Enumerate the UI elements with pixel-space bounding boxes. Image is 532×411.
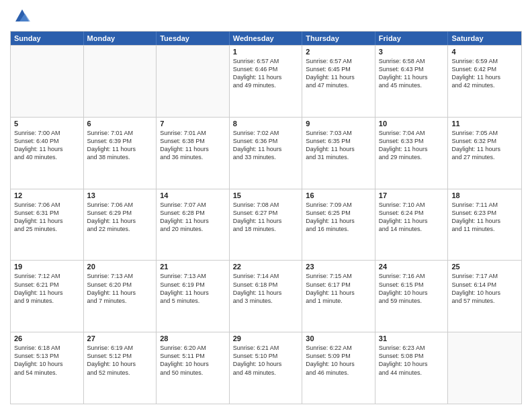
calendar-cell [84, 46, 157, 117]
calendar-cell: 10Sunrise: 7:04 AM Sunset: 6:33 PM Dayli… [375, 118, 449, 189]
calendar-cell: 31Sunrise: 6:23 AM Sunset: 5:08 PM Dayli… [375, 332, 449, 404]
calendar-row: 12Sunrise: 7:06 AM Sunset: 6:31 PM Dayli… [11, 189, 521, 261]
calendar-header-cell: Wednesday [230, 32, 303, 45]
day-number: 19 [14, 263, 80, 271]
cell-info: Sunrise: 7:13 AM Sunset: 6:20 PM Dayligh… [87, 272, 153, 305]
cell-info: Sunrise: 7:17 AM Sunset: 6:14 PM Dayligh… [451, 272, 518, 305]
calendar-header-cell: Saturday [448, 32, 521, 45]
cell-info: Sunrise: 7:12 AM Sunset: 6:21 PM Dayligh… [14, 272, 80, 305]
calendar-cell: 17Sunrise: 7:10 AM Sunset: 6:24 PM Dayli… [375, 189, 449, 261]
calendar-cell: 16Sunrise: 7:09 AM Sunset: 6:25 PM Dayli… [302, 189, 375, 261]
calendar-header: SundayMondayTuesdayWednesdayThursdayFrid… [11, 32, 521, 45]
cell-info: Sunrise: 7:08 AM Sunset: 6:27 PM Dayligh… [233, 201, 299, 234]
calendar-cell [448, 332, 521, 404]
day-number: 15 [233, 191, 299, 199]
day-number: 26 [14, 334, 80, 342]
calendar-cell [157, 46, 230, 117]
day-number: 31 [379, 334, 445, 342]
calendar-cell: 26Sunrise: 6:18 AM Sunset: 5:13 PM Dayli… [11, 332, 84, 404]
day-number: 11 [451, 120, 518, 128]
cell-info: Sunrise: 7:06 AM Sunset: 6:29 PM Dayligh… [87, 201, 153, 234]
calendar-cell: 4Sunrise: 6:59 AM Sunset: 6:42 PM Daylig… [448, 46, 521, 117]
day-number: 24 [379, 263, 445, 271]
cell-info: Sunrise: 7:02 AM Sunset: 6:36 PM Dayligh… [233, 129, 299, 162]
logo [10, 7, 32, 26]
day-number: 25 [451, 263, 518, 271]
calendar-cell: 6Sunrise: 7:01 AM Sunset: 6:39 PM Daylig… [84, 118, 157, 189]
cell-info: Sunrise: 7:10 AM Sunset: 6:24 PM Dayligh… [379, 201, 445, 234]
cell-info: Sunrise: 6:59 AM Sunset: 6:42 PM Dayligh… [451, 57, 518, 90]
calendar-header-cell: Thursday [302, 32, 375, 45]
calendar-cell [11, 46, 84, 117]
calendar-cell: 14Sunrise: 7:07 AM Sunset: 6:28 PM Dayli… [157, 189, 230, 261]
calendar-header-cell: Monday [84, 32, 157, 45]
day-number: 7 [160, 120, 226, 128]
day-number: 21 [160, 263, 226, 271]
cell-info: Sunrise: 7:11 AM Sunset: 6:23 PM Dayligh… [451, 201, 518, 234]
cell-info: Sunrise: 7:09 AM Sunset: 6:25 PM Dayligh… [306, 201, 371, 234]
calendar-header-cell: Tuesday [157, 32, 230, 45]
cell-info: Sunrise: 7:07 AM Sunset: 6:28 PM Dayligh… [160, 201, 226, 234]
cell-info: Sunrise: 6:23 AM Sunset: 5:08 PM Dayligh… [379, 344, 445, 377]
day-number: 18 [451, 191, 518, 199]
cell-info: Sunrise: 7:06 AM Sunset: 6:31 PM Dayligh… [14, 201, 80, 234]
cell-info: Sunrise: 7:14 AM Sunset: 6:18 PM Dayligh… [233, 272, 299, 305]
day-number: 12 [14, 191, 80, 199]
calendar-header-cell: Sunday [11, 32, 84, 45]
cell-info: Sunrise: 7:03 AM Sunset: 6:35 PM Dayligh… [306, 129, 371, 162]
cell-info: Sunrise: 7:00 AM Sunset: 6:40 PM Dayligh… [14, 129, 80, 162]
calendar-cell: 12Sunrise: 7:06 AM Sunset: 6:31 PM Dayli… [11, 189, 84, 261]
day-number: 5 [14, 120, 80, 128]
calendar-cell: 8Sunrise: 7:02 AM Sunset: 6:36 PM Daylig… [230, 118, 303, 189]
cell-info: Sunrise: 7:04 AM Sunset: 6:33 PM Dayligh… [379, 129, 445, 162]
calendar-row: 1Sunrise: 6:57 AM Sunset: 6:46 PM Daylig… [11, 45, 521, 117]
day-number: 22 [233, 263, 299, 271]
calendar-cell: 3Sunrise: 6:58 AM Sunset: 6:43 PM Daylig… [375, 46, 449, 117]
cell-info: Sunrise: 6:58 AM Sunset: 6:43 PM Dayligh… [379, 57, 445, 90]
calendar-row: 5Sunrise: 7:00 AM Sunset: 6:40 PM Daylig… [11, 117, 521, 189]
cell-info: Sunrise: 6:18 AM Sunset: 5:13 PM Dayligh… [14, 344, 80, 377]
cell-info: Sunrise: 6:20 AM Sunset: 5:11 PM Dayligh… [160, 344, 226, 377]
header [10, 7, 522, 26]
calendar-cell: 30Sunrise: 6:22 AM Sunset: 5:09 PM Dayli… [302, 332, 375, 404]
day-number: 30 [306, 334, 371, 342]
calendar-cell: 24Sunrise: 7:16 AM Sunset: 6:15 PM Dayli… [375, 261, 449, 332]
calendar-cell: 9Sunrise: 7:03 AM Sunset: 6:35 PM Daylig… [302, 118, 375, 189]
day-number: 28 [160, 334, 226, 342]
calendar-cell: 11Sunrise: 7:05 AM Sunset: 6:32 PM Dayli… [448, 118, 521, 189]
logo-icon [13, 7, 32, 26]
day-number: 1 [233, 48, 299, 56]
cell-info: Sunrise: 7:01 AM Sunset: 6:38 PM Dayligh… [160, 129, 226, 162]
day-number: 9 [306, 120, 371, 128]
day-number: 2 [306, 48, 371, 56]
cell-info: Sunrise: 7:01 AM Sunset: 6:39 PM Dayligh… [87, 129, 153, 162]
cell-info: Sunrise: 7:15 AM Sunset: 6:17 PM Dayligh… [306, 272, 371, 305]
calendar-cell: 27Sunrise: 6:19 AM Sunset: 5:12 PM Dayli… [84, 332, 157, 404]
calendar-cell: 15Sunrise: 7:08 AM Sunset: 6:27 PM Dayli… [230, 189, 303, 261]
calendar-cell: 28Sunrise: 6:20 AM Sunset: 5:11 PM Dayli… [157, 332, 230, 404]
day-number: 14 [160, 191, 226, 199]
day-number: 10 [379, 120, 445, 128]
calendar-cell: 2Sunrise: 6:57 AM Sunset: 6:45 PM Daylig… [302, 46, 375, 117]
cell-info: Sunrise: 6:19 AM Sunset: 5:12 PM Dayligh… [87, 344, 153, 377]
calendar-cell: 18Sunrise: 7:11 AM Sunset: 6:23 PM Dayli… [448, 189, 521, 261]
day-number: 20 [87, 263, 153, 271]
calendar-cell: 23Sunrise: 7:15 AM Sunset: 6:17 PM Dayli… [302, 261, 375, 332]
cell-info: Sunrise: 7:13 AM Sunset: 6:19 PM Dayligh… [160, 272, 226, 305]
day-number: 17 [379, 191, 445, 199]
calendar-cell: 19Sunrise: 7:12 AM Sunset: 6:21 PM Dayli… [11, 261, 84, 332]
calendar-cell: 7Sunrise: 7:01 AM Sunset: 6:38 PM Daylig… [157, 118, 230, 189]
day-number: 6 [87, 120, 153, 128]
day-number: 4 [451, 48, 518, 56]
calendar: SundayMondayTuesdayWednesdayThursdayFrid… [10, 31, 522, 404]
day-number: 16 [306, 191, 371, 199]
page: SundayMondayTuesdayWednesdayThursdayFrid… [0, 0, 532, 411]
calendar-cell: 5Sunrise: 7:00 AM Sunset: 6:40 PM Daylig… [11, 118, 84, 189]
day-number: 3 [379, 48, 445, 56]
calendar-row: 19Sunrise: 7:12 AM Sunset: 6:21 PM Dayli… [11, 260, 521, 332]
day-number: 23 [306, 263, 371, 271]
calendar-cell: 21Sunrise: 7:13 AM Sunset: 6:19 PM Dayli… [157, 261, 230, 332]
calendar-cell: 1Sunrise: 6:57 AM Sunset: 6:46 PM Daylig… [230, 46, 303, 117]
cell-info: Sunrise: 7:05 AM Sunset: 6:32 PM Dayligh… [451, 129, 518, 162]
calendar-row: 26Sunrise: 6:18 AM Sunset: 5:13 PM Dayli… [11, 332, 521, 404]
